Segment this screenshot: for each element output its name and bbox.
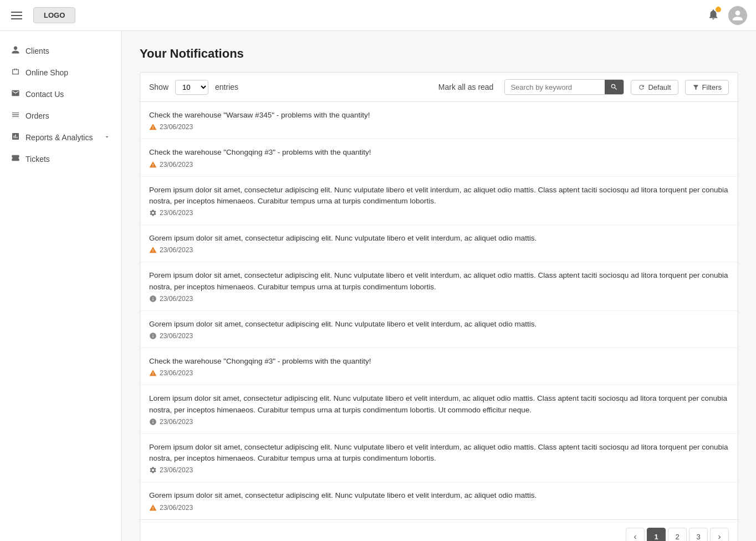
notification-meta: 23/06/2023	[149, 295, 729, 303]
topbar-left: LOGO	[9, 7, 75, 23]
logo-button[interactable]: LOGO	[33, 7, 75, 23]
sidebar-item-label: Reports & Analytics	[25, 133, 98, 142]
notification-date: 23/06/2023	[160, 369, 193, 377]
notifications-bell-icon[interactable]	[707, 8, 719, 22]
entries-select[interactable]: 102550100	[175, 80, 208, 95]
filters-button[interactable]: Filters	[685, 80, 729, 95]
notification-type-icon	[149, 466, 157, 474]
notification-date: 23/06/2023	[160, 418, 193, 426]
notification-meta: 23/06/2023	[149, 246, 729, 254]
page-title: Your Notifications	[140, 47, 738, 61]
notification-text: Lorem ipsum dolor sit amet, consectetur …	[149, 393, 729, 416]
pagination-page-2-button[interactable]: 2	[668, 528, 687, 542]
sidebar-item-online-shop[interactable]: Online Shop	[0, 62, 121, 83]
sidebar-item-tickets[interactable]: Tickets	[0, 148, 121, 170]
notification-type-icon	[149, 295, 157, 303]
mark-all-read-label: Mark all as read	[438, 83, 494, 91]
layout: Clients Online Shop Contact Us Orders Re…	[0, 31, 756, 541]
bell-badge	[716, 7, 721, 12]
notification-item: Lorem ipsum dolor sit amet, consectetur …	[140, 385, 738, 434]
notification-meta: 23/06/2023	[149, 504, 729, 512]
sidebar-item-orders[interactable]: Orders	[0, 105, 121, 126]
hamburger-button[interactable]	[9, 9, 24, 22]
pagination-bar: 123	[140, 520, 738, 542]
sidebar-item-clients[interactable]: Clients	[0, 40, 121, 62]
sidebar: Clients Online Shop Contact Us Orders Re…	[0, 31, 122, 541]
notification-text: Porem ipsum dolor sit amet, consectetur …	[149, 270, 729, 293]
chevron-down-icon	[104, 133, 110, 142]
sidebar-item-label: Tickets	[25, 155, 110, 164]
orders-icon	[11, 110, 20, 121]
notification-item: Check the warehouse "Warsaw #345" - prob…	[140, 102, 738, 139]
show-label: Show	[149, 83, 168, 91]
notification-type-icon	[149, 209, 157, 217]
notification-text: Gorem ipsum dolor sit amet, consectetur …	[149, 233, 729, 244]
topbar: LOGO	[0, 0, 756, 31]
notification-date: 23/06/2023	[160, 295, 193, 303]
user-icon	[11, 45, 20, 56]
notification-item: Porem ipsum dolor sit amet, consectetur …	[140, 177, 738, 226]
tickets-icon	[11, 154, 20, 164]
search-input[interactable]	[505, 80, 605, 94]
notification-date: 23/06/2023	[160, 466, 193, 474]
notification-meta: 23/06/2023	[149, 209, 729, 217]
notification-item: Porem ipsum dolor sit amet, consectetur …	[140, 262, 738, 311]
notification-type-icon	[149, 246, 157, 254]
notification-text: Check the warehouse "Warsaw #345" - prob…	[149, 110, 729, 121]
main-content: Your Notifications Show 102550100 entrie…	[122, 31, 756, 541]
sidebar-item-label: Online Shop	[25, 68, 110, 77]
notification-date: 23/06/2023	[160, 332, 193, 340]
default-button[interactable]: Default	[631, 80, 678, 95]
pagination-page-1-button[interactable]: 1	[647, 528, 666, 542]
pagination-page-3-button[interactable]: 3	[689, 528, 708, 542]
notification-meta: 23/06/2023	[149, 123, 729, 131]
notification-text: Gorem ipsum dolor sit amet, consectetur …	[149, 319, 729, 330]
chevron-right-icon	[716, 533, 723, 541]
notification-type-icon	[149, 161, 157, 169]
notification-item: Check the warehouse "Chongqing #3" - pro…	[140, 348, 738, 385]
sidebar-item-label: Orders	[25, 111, 110, 120]
notification-date: 23/06/2023	[160, 161, 193, 169]
entries-label: entries	[215, 83, 238, 91]
sidebar-item-reports-analytics[interactable]: Reports & Analytics	[0, 126, 121, 148]
notification-date: 23/06/2023	[160, 246, 193, 254]
notification-type-icon	[149, 332, 157, 340]
notification-type-icon	[149, 418, 157, 426]
notification-type-icon	[149, 504, 157, 512]
notification-text: Check the warehouse "Chongqing #3" - pro…	[149, 356, 729, 367]
filters-button-label: Filters	[702, 83, 722, 91]
shop-icon	[11, 67, 20, 78]
controls-bar: Show 102550100 entries Mark all as read …	[140, 72, 738, 102]
sidebar-item-contact-us[interactable]: Contact Us	[0, 83, 121, 105]
default-button-label: Default	[648, 83, 671, 91]
notification-meta: 23/06/2023	[149, 466, 729, 474]
pagination-next-button[interactable]	[710, 528, 729, 542]
search-button[interactable]	[605, 80, 624, 94]
filter-icon	[692, 84, 699, 91]
notification-item: Check the warehouse "Chongqing #3" - pro…	[140, 139, 738, 176]
search-icon	[610, 83, 618, 91]
notification-text: Gorem ipsum dolor sit amet, consectetur …	[149, 490, 729, 501]
sidebar-item-label: Clients	[25, 47, 110, 55]
notification-item: Gorem ipsum dolor sit amet, consectetur …	[140, 482, 738, 519]
notification-item: Porem ipsum dolor sit amet, consectetur …	[140, 434, 738, 483]
chevron-left-icon	[631, 533, 639, 541]
notification-item: Gorem ipsum dolor sit amet, consectetur …	[140, 311, 738, 348]
refresh-icon	[638, 84, 645, 91]
avatar[interactable]	[728, 6, 747, 25]
notification-date: 23/06/2023	[160, 209, 193, 217]
notification-text: Check the warehouse "Chongqing #3" - pro…	[149, 147, 729, 158]
notification-item: Gorem ipsum dolor sit amet, consectetur …	[140, 225, 738, 262]
reports-icon	[11, 132, 20, 142]
avatar-icon	[732, 9, 744, 22]
notification-meta: 23/06/2023	[149, 332, 729, 340]
pagination-prev-button[interactable]	[626, 528, 645, 542]
notification-date: 23/06/2023	[160, 504, 193, 512]
notification-meta: 23/06/2023	[149, 418, 729, 426]
notification-type-icon	[149, 123, 157, 131]
notification-date: 23/06/2023	[160, 123, 193, 131]
notification-meta: 23/06/2023	[149, 369, 729, 377]
notification-text: Porem ipsum dolor sit amet, consectetur …	[149, 185, 729, 207]
notification-type-icon	[149, 369, 157, 377]
notification-text: Porem ipsum dolor sit amet, consectetur …	[149, 442, 729, 465]
